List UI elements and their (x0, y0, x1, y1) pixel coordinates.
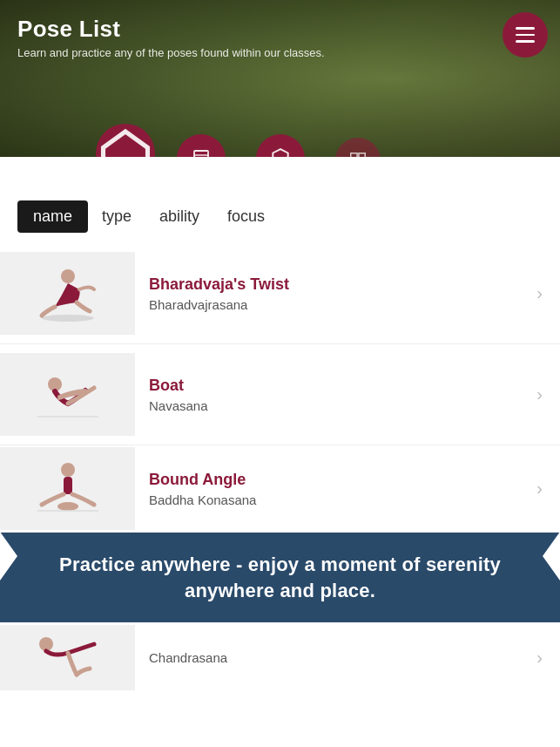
pose-english-name: Bound Angle (149, 471, 530, 489)
svg-rect-0 (194, 151, 208, 157)
home-icon (96, 121, 155, 158)
nav-shield-button[interactable] (256, 134, 305, 157)
tab-name[interactable]: name (17, 200, 88, 233)
pose-english-name: Bharadvaja's Twist (149, 275, 530, 294)
svg-rect-3 (351, 153, 357, 157)
bound-angle-figure (29, 454, 107, 524)
nav-home-button[interactable] (96, 124, 155, 157)
pose-sanskrit-name: Bharadvajrasana (149, 297, 530, 312)
nav-bookmark-button[interactable] (177, 134, 226, 157)
chandrasana-figure (29, 627, 107, 688)
list-item[interactable]: Bound Angle Baddha Konasana › (0, 445, 560, 533)
bharadvaja-figure (29, 259, 107, 329)
boat-figure (29, 360, 107, 430)
tab-type[interactable]: type (88, 200, 145, 233)
pose-thumbnail (0, 353, 135, 436)
pose-english-name: Boat (149, 377, 530, 395)
page-title: Pose List (17, 16, 543, 43)
sort-tabs: name type ability focus (0, 157, 560, 243)
svg-point-11 (61, 463, 75, 477)
svg-point-8 (42, 315, 94, 322)
nav-circles (0, 124, 560, 157)
pose-info: Boat Navasana (149, 377, 530, 413)
chevron-right-icon: › (536, 283, 543, 303)
svg-rect-12 (64, 477, 72, 494)
pose-thumbnail (0, 625, 135, 690)
pose-sanskrit-name: Navasana (149, 398, 530, 413)
chevron-right-icon: › (536, 479, 543, 499)
menu-button[interactable] (503, 12, 548, 58)
tab-focus[interactable]: focus (213, 200, 279, 233)
shield-icon (269, 147, 292, 157)
list-item[interactable]: Chandrasana › (0, 622, 560, 692)
hamburger-icon (516, 27, 535, 43)
svg-point-7 (61, 269, 75, 283)
pose-list: Bharadvaja's Twist Bharadvajrasana › Boa… (0, 243, 560, 533)
page-subtitle: Learn and practice any of the poses foun… (17, 46, 543, 59)
pose-thumbnail (0, 252, 135, 335)
chevron-right-icon: › (536, 384, 543, 404)
pose-sanskrit-name: Baddha Konasana (149, 492, 530, 507)
pose-info: Bharadvaja's Twist Bharadvajrasana (149, 275, 530, 312)
hero-content: Pose List Learn and practice any of the … (0, 0, 560, 59)
nav-grid-button[interactable] (335, 138, 381, 157)
chevron-right-icon: › (536, 648, 543, 668)
pose-info: Bound Angle Baddha Konasana (149, 471, 530, 507)
list-item[interactable]: Bharadvaja's Twist Bharadvajrasana › (0, 243, 560, 344)
grid-icon (348, 151, 368, 157)
pose-info: Chandrasana (149, 650, 530, 665)
hero-section: Pose List Learn and practice any of the … (0, 0, 560, 157)
promo-banner: Practice anywhere - enjoy a moment of se… (0, 533, 560, 622)
list-item[interactable]: Boat Navasana › (0, 344, 560, 445)
promo-text: Practice anywhere - enjoy a moment of se… (26, 552, 534, 603)
pose-sanskrit-name: Chandrasana (149, 650, 530, 665)
svg-rect-4 (359, 153, 365, 157)
pose-thumbnail (0, 447, 135, 530)
bookmark-icon (191, 148, 212, 157)
svg-point-13 (57, 502, 78, 511)
tab-ability[interactable]: ability (145, 200, 213, 233)
